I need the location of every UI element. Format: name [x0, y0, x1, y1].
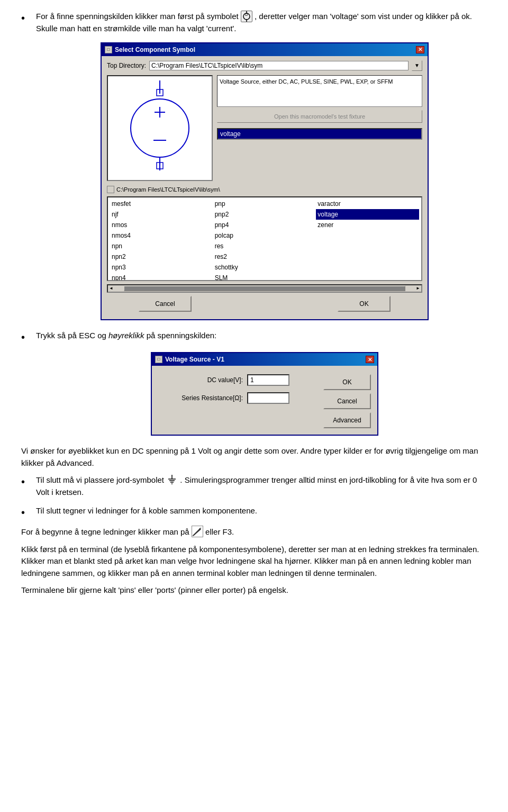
- dialog-title: Select Component Symbol: [115, 45, 195, 55]
- para-2: For å begynne å tegne ledninger klikker …: [21, 526, 487, 538]
- scroll-left-arrow[interactable]: ◄: [109, 285, 113, 292]
- vs-body: DC value[V]: Series Resistance[Ω]: OK Ca…: [152, 366, 377, 435]
- vs-dialog-title: Voltage Source - V1: [165, 355, 224, 364]
- search-input-row: [217, 128, 422, 140]
- comp-nmos4[interactable]: nmos4: [110, 230, 213, 241]
- vs-titlebar: □ Voltage Source - V1 ✕: [152, 353, 377, 366]
- component-list[interactable]: mesfet njf nmos nmos4 npn npn2 npn3 npn4…: [107, 196, 422, 281]
- voltage-source-dialog-wrapper: □ Voltage Source - V1 ✕ DC value[V]: Ser…: [42, 352, 487, 436]
- bullet-dot-2: •: [21, 330, 31, 345]
- test-fixture-button[interactable]: Open this macromodel's test fixture: [217, 110, 422, 123]
- vs-dc-label: DC value[V]:: [158, 375, 243, 385]
- comp-npn2[interactable]: npn2: [110, 251, 213, 262]
- close-button[interactable]: ✕: [416, 46, 424, 53]
- description-box: Voltage Source, either DC, AC, PULSE, SI…: [217, 75, 422, 107]
- voltage-source-dialog: □ Voltage Source - V1 ✕ DC value[V]: Ser…: [151, 352, 378, 436]
- top-dir-input[interactable]: [149, 61, 409, 70]
- ok-button[interactable]: OK: [338, 296, 391, 312]
- comp-res2[interactable]: res2: [213, 251, 316, 262]
- vs-titlebar-icon: □: [155, 356, 162, 363]
- comp-pnp[interactable]: pnp: [213, 199, 316, 209]
- dialog-middle: Voltage Source, either DC, AC, PULSE, SI…: [107, 75, 422, 181]
- cancel-button[interactable]: Cancel: [139, 296, 192, 312]
- scroll-thumb[interactable]: [124, 286, 405, 291]
- select-component-dialog-wrapper: □ Select Component Symbol ✕ Top Director…: [42, 42, 487, 321]
- vs-series-row: Series Resistance[Ω]:: [158, 392, 318, 404]
- dialog-body: Top Directory: ▼: [102, 56, 428, 320]
- comp-col-2: pnp pnp2 pnp4 polcap res res2 schottky S…: [213, 199, 316, 281]
- bullet-text-1: For å finne spenningskilden klikker man …: [36, 11, 487, 35]
- bullet-item-4: • Til slutt tegner vi ledninger for å ko…: [21, 505, 487, 520]
- vs-dc-row: DC value[V]:: [158, 374, 318, 386]
- bullet-dot-4: •: [21, 505, 31, 520]
- comp-varactor[interactable]: varactor: [316, 199, 419, 209]
- wire-tool-icon: [192, 526, 203, 537]
- comp-pnp2[interactable]: pnp2: [213, 209, 316, 220]
- scroll-right-arrow[interactable]: ►: [416, 285, 420, 292]
- top-dir-label: Top Directory:: [107, 61, 146, 70]
- bullet-item-1: • For å finne spenningskilden klikker ma…: [21, 11, 487, 35]
- comp-col-3: varactor voltage zener: [316, 199, 419, 281]
- comp-mesfet[interactable]: mesfet: [110, 199, 213, 209]
- vs-titlebar-left: □ Voltage Source - V1: [155, 355, 224, 364]
- vs-ok-button[interactable]: OK: [323, 374, 371, 390]
- comp-nmos[interactable]: nmos: [110, 220, 213, 230]
- comp-voltage[interactable]: voltage: [316, 209, 419, 220]
- comp-zener[interactable]: zener: [316, 220, 419, 230]
- para-3: Klikk først på en terminal (de lyseblå f…: [21, 544, 487, 580]
- vs-buttons: OK Cancel Advanced: [323, 374, 371, 428]
- select-component-dialog: □ Select Component Symbol ✕ Top Director…: [101, 42, 429, 321]
- bullet-text-4: Til slutt tegner vi ledninger for å kobl…: [36, 505, 487, 517]
- vs-advanced-button[interactable]: Advanced: [323, 412, 371, 428]
- comp-res[interactable]: res: [213, 241, 316, 251]
- svg-text:→: →: [246, 13, 248, 16]
- symbol-preview: [107, 75, 213, 181]
- right-panel: Voltage Source, either DC, AC, PULSE, SI…: [217, 75, 422, 181]
- vs-cancel-button[interactable]: Cancel: [323, 393, 371, 409]
- comp-npn[interactable]: npn: [110, 241, 213, 251]
- voltage-source-icon: D →: [241, 11, 252, 22]
- bullet-text-2: Trykk så på ESC og høyreklikk på spennin…: [36, 330, 487, 342]
- para-1: Vi ønsker for øyeblikket kun en DC spenn…: [21, 445, 487, 469]
- file-path-icon: [107, 186, 114, 193]
- vs-close-button[interactable]: ✕: [366, 356, 374, 363]
- bullet-dot-1: •: [21, 11, 31, 25]
- vs-series-input[interactable]: [247, 392, 289, 404]
- bullet-item-3: • Til slutt må vi plassere jord-symbolet…: [21, 474, 487, 499]
- horizontal-scrollbar[interactable]: ◄ ►: [107, 284, 422, 293]
- comp-pnp4[interactable]: pnp4: [213, 220, 316, 230]
- titlebar-icon: □: [105, 46, 112, 53]
- comp-npn4[interactable]: npn4: [110, 273, 213, 281]
- top-dir-dropdown-btn[interactable]: ▼: [412, 60, 422, 71]
- file-path-text: C:\Program Files\LTC\LTspiceIV\lib\sym\: [116, 185, 220, 194]
- titlebar-left: □ Select Component Symbol: [105, 45, 195, 55]
- bullet-dot-3: •: [21, 474, 31, 489]
- vs-dc-input[interactable]: [247, 374, 289, 386]
- vs-fields: DC value[V]: Series Resistance[Ω]:: [158, 374, 318, 428]
- comp-schottky[interactable]: schottky: [213, 262, 316, 273]
- comp-npn3[interactable]: npn3: [110, 262, 213, 273]
- bullet-item-2: • Trykk så på ESC og høyreklikk på spenn…: [21, 330, 487, 345]
- vs-series-label: Series Resistance[Ω]:: [158, 393, 243, 403]
- para-4: Terminalene blir gjerne kalt 'pins' elle…: [21, 584, 487, 597]
- comp-polcap[interactable]: polcap: [213, 230, 316, 241]
- ground-icon: [166, 474, 178, 485]
- comp-njf[interactable]: njf: [110, 209, 213, 220]
- dialog-titlebar: □ Select Component Symbol ✕: [102, 43, 428, 56]
- component-list-inner: mesfet njf nmos nmos4 npn npn2 npn3 npn4…: [108, 197, 421, 281]
- dialog-buttons: Cancel OK: [107, 296, 422, 312]
- bullet-text-3: Til slutt må vi plassere jord-symbolet .…: [36, 474, 487, 499]
- file-path-row: C:\Program Files\LTC\LTspiceIV\lib\sym\: [107, 185, 422, 194]
- search-input[interactable]: [217, 128, 422, 140]
- top-dir-row: Top Directory: ▼: [107, 60, 422, 71]
- comp-col-1: mesfet njf nmos nmos4 npn npn2 npn3 npn4…: [110, 199, 213, 281]
- comp-slm[interactable]: SLM: [213, 273, 316, 281]
